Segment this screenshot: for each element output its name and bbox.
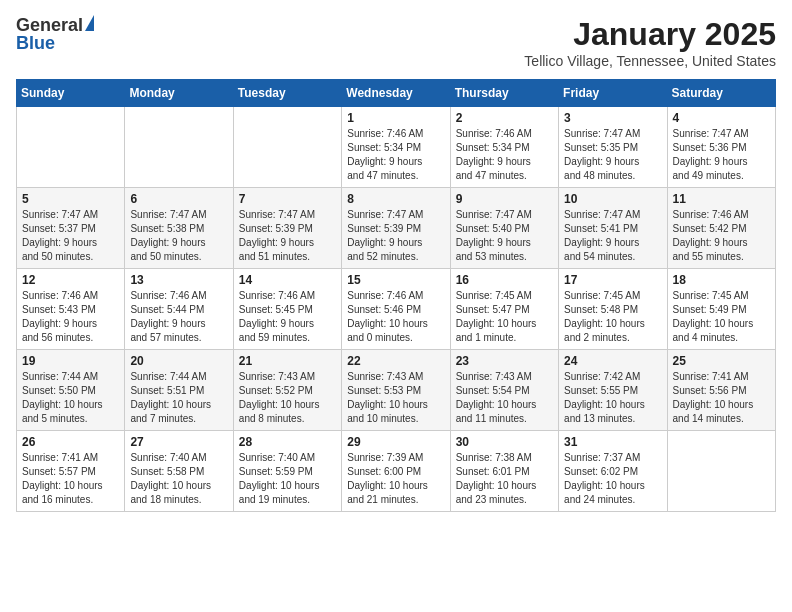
calendar-cell: 26Sunrise: 7:41 AM Sunset: 5:57 PM Dayli… (17, 431, 125, 512)
calendar-cell: 1Sunrise: 7:46 AM Sunset: 5:34 PM Daylig… (342, 107, 450, 188)
weekday-header-saturday: Saturday (667, 80, 775, 107)
calendar-cell: 9Sunrise: 7:47 AM Sunset: 5:40 PM Daylig… (450, 188, 558, 269)
calendar-cell (667, 431, 775, 512)
calendar-week-4: 19Sunrise: 7:44 AM Sunset: 5:50 PM Dayli… (17, 350, 776, 431)
day-info: Sunrise: 7:46 AM Sunset: 5:34 PM Dayligh… (456, 127, 553, 183)
calendar-week-2: 5Sunrise: 7:47 AM Sunset: 5:37 PM Daylig… (17, 188, 776, 269)
calendar-cell: 24Sunrise: 7:42 AM Sunset: 5:55 PM Dayli… (559, 350, 667, 431)
logo: General Blue (16, 16, 94, 52)
calendar-cell: 15Sunrise: 7:46 AM Sunset: 5:46 PM Dayli… (342, 269, 450, 350)
day-info: Sunrise: 7:44 AM Sunset: 5:50 PM Dayligh… (22, 370, 119, 426)
location-title: Tellico Village, Tennessee, United State… (524, 53, 776, 69)
calendar-cell: 14Sunrise: 7:46 AM Sunset: 5:45 PM Dayli… (233, 269, 341, 350)
title-block: January 2025 Tellico Village, Tennessee,… (524, 16, 776, 69)
day-info: Sunrise: 7:47 AM Sunset: 5:39 PM Dayligh… (347, 208, 444, 264)
calendar-cell: 12Sunrise: 7:46 AM Sunset: 5:43 PM Dayli… (17, 269, 125, 350)
day-info: Sunrise: 7:47 AM Sunset: 5:37 PM Dayligh… (22, 208, 119, 264)
day-number: 17 (564, 273, 661, 287)
day-number: 3 (564, 111, 661, 125)
day-info: Sunrise: 7:38 AM Sunset: 6:01 PM Dayligh… (456, 451, 553, 507)
calendar-cell: 6Sunrise: 7:47 AM Sunset: 5:38 PM Daylig… (125, 188, 233, 269)
calendar-cell: 17Sunrise: 7:45 AM Sunset: 5:48 PM Dayli… (559, 269, 667, 350)
day-info: Sunrise: 7:47 AM Sunset: 5:36 PM Dayligh… (673, 127, 770, 183)
calendar-cell: 5Sunrise: 7:47 AM Sunset: 5:37 PM Daylig… (17, 188, 125, 269)
calendar-cell: 21Sunrise: 7:43 AM Sunset: 5:52 PM Dayli… (233, 350, 341, 431)
day-number: 9 (456, 192, 553, 206)
day-info: Sunrise: 7:45 AM Sunset: 5:49 PM Dayligh… (673, 289, 770, 345)
day-info: Sunrise: 7:46 AM Sunset: 5:34 PM Dayligh… (347, 127, 444, 183)
day-number: 11 (673, 192, 770, 206)
day-info: Sunrise: 7:40 AM Sunset: 5:58 PM Dayligh… (130, 451, 227, 507)
day-number: 28 (239, 435, 336, 449)
weekday-header-friday: Friday (559, 80, 667, 107)
weekday-header-sunday: Sunday (17, 80, 125, 107)
day-number: 14 (239, 273, 336, 287)
day-number: 6 (130, 192, 227, 206)
day-info: Sunrise: 7:37 AM Sunset: 6:02 PM Dayligh… (564, 451, 661, 507)
day-number: 5 (22, 192, 119, 206)
day-number: 23 (456, 354, 553, 368)
day-number: 1 (347, 111, 444, 125)
day-info: Sunrise: 7:43 AM Sunset: 5:52 PM Dayligh… (239, 370, 336, 426)
day-number: 13 (130, 273, 227, 287)
calendar-cell: 8Sunrise: 7:47 AM Sunset: 5:39 PM Daylig… (342, 188, 450, 269)
day-number: 21 (239, 354, 336, 368)
day-number: 7 (239, 192, 336, 206)
day-number: 19 (22, 354, 119, 368)
calendar-cell: 28Sunrise: 7:40 AM Sunset: 5:59 PM Dayli… (233, 431, 341, 512)
month-title: January 2025 (524, 16, 776, 53)
day-info: Sunrise: 7:47 AM Sunset: 5:41 PM Dayligh… (564, 208, 661, 264)
day-number: 8 (347, 192, 444, 206)
day-info: Sunrise: 7:47 AM Sunset: 5:40 PM Dayligh… (456, 208, 553, 264)
calendar-header-row: SundayMondayTuesdayWednesdayThursdayFrid… (17, 80, 776, 107)
calendar-week-1: 1Sunrise: 7:46 AM Sunset: 5:34 PM Daylig… (17, 107, 776, 188)
day-number: 2 (456, 111, 553, 125)
calendar-cell: 13Sunrise: 7:46 AM Sunset: 5:44 PM Dayli… (125, 269, 233, 350)
calendar-cell: 18Sunrise: 7:45 AM Sunset: 5:49 PM Dayli… (667, 269, 775, 350)
calendar-week-5: 26Sunrise: 7:41 AM Sunset: 5:57 PM Dayli… (17, 431, 776, 512)
day-info: Sunrise: 7:41 AM Sunset: 5:56 PM Dayligh… (673, 370, 770, 426)
day-number: 26 (22, 435, 119, 449)
logo-blue-text: Blue (16, 34, 55, 52)
day-info: Sunrise: 7:42 AM Sunset: 5:55 PM Dayligh… (564, 370, 661, 426)
calendar-cell (233, 107, 341, 188)
page-header: General Blue January 2025 Tellico Villag… (16, 16, 776, 69)
calendar-cell: 29Sunrise: 7:39 AM Sunset: 6:00 PM Dayli… (342, 431, 450, 512)
calendar-cell: 30Sunrise: 7:38 AM Sunset: 6:01 PM Dayli… (450, 431, 558, 512)
day-info: Sunrise: 7:41 AM Sunset: 5:57 PM Dayligh… (22, 451, 119, 507)
calendar-cell (17, 107, 125, 188)
weekday-header-monday: Monday (125, 80, 233, 107)
day-info: Sunrise: 7:39 AM Sunset: 6:00 PM Dayligh… (347, 451, 444, 507)
calendar-cell: 23Sunrise: 7:43 AM Sunset: 5:54 PM Dayli… (450, 350, 558, 431)
day-info: Sunrise: 7:47 AM Sunset: 5:38 PM Dayligh… (130, 208, 227, 264)
calendar-cell: 25Sunrise: 7:41 AM Sunset: 5:56 PM Dayli… (667, 350, 775, 431)
day-number: 31 (564, 435, 661, 449)
day-info: Sunrise: 7:40 AM Sunset: 5:59 PM Dayligh… (239, 451, 336, 507)
calendar-cell: 4Sunrise: 7:47 AM Sunset: 5:36 PM Daylig… (667, 107, 775, 188)
day-number: 12 (22, 273, 119, 287)
day-info: Sunrise: 7:46 AM Sunset: 5:42 PM Dayligh… (673, 208, 770, 264)
calendar-cell: 27Sunrise: 7:40 AM Sunset: 5:58 PM Dayli… (125, 431, 233, 512)
calendar-cell: 11Sunrise: 7:46 AM Sunset: 5:42 PM Dayli… (667, 188, 775, 269)
logo-general-text: General (16, 16, 83, 34)
weekday-header-wednesday: Wednesday (342, 80, 450, 107)
calendar-cell: 22Sunrise: 7:43 AM Sunset: 5:53 PM Dayli… (342, 350, 450, 431)
calendar-cell: 2Sunrise: 7:46 AM Sunset: 5:34 PM Daylig… (450, 107, 558, 188)
weekday-header-tuesday: Tuesday (233, 80, 341, 107)
day-info: Sunrise: 7:45 AM Sunset: 5:48 PM Dayligh… (564, 289, 661, 345)
day-info: Sunrise: 7:43 AM Sunset: 5:54 PM Dayligh… (456, 370, 553, 426)
calendar-cell: 10Sunrise: 7:47 AM Sunset: 5:41 PM Dayli… (559, 188, 667, 269)
logo-triangle-icon (85, 15, 94, 31)
calendar-table: SundayMondayTuesdayWednesdayThursdayFrid… (16, 79, 776, 512)
calendar-cell (125, 107, 233, 188)
day-info: Sunrise: 7:46 AM Sunset: 5:44 PM Dayligh… (130, 289, 227, 345)
calendar-cell: 20Sunrise: 7:44 AM Sunset: 5:51 PM Dayli… (125, 350, 233, 431)
day-number: 16 (456, 273, 553, 287)
calendar-cell: 19Sunrise: 7:44 AM Sunset: 5:50 PM Dayli… (17, 350, 125, 431)
day-number: 30 (456, 435, 553, 449)
day-number: 27 (130, 435, 227, 449)
day-number: 25 (673, 354, 770, 368)
day-info: Sunrise: 7:47 AM Sunset: 5:39 PM Dayligh… (239, 208, 336, 264)
day-info: Sunrise: 7:46 AM Sunset: 5:46 PM Dayligh… (347, 289, 444, 345)
calendar-cell: 31Sunrise: 7:37 AM Sunset: 6:02 PM Dayli… (559, 431, 667, 512)
